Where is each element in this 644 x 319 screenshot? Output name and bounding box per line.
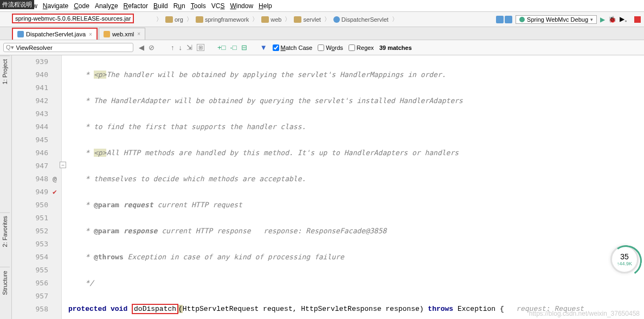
debug-button[interactable]: 🐞 — [608, 16, 616, 23]
tool-tab-structure[interactable]: Structure — [0, 267, 10, 298]
stop-button[interactable] — [634, 16, 641, 23]
menu-run[interactable]: Run — [171, 2, 188, 10]
java-file-icon — [17, 31, 24, 37]
navigation-bar: spring-webmvc-5.0.6.RELEASE-sources.jar … — [0, 12, 644, 27]
screenshot-overlay-label: 件流程说明 — [0, 0, 34, 9]
line-number[interactable]: 942 — [12, 94, 48, 107]
line-number[interactable]: 946 — [12, 146, 48, 160]
tool-tab-project[interactable]: 1: Project — [0, 55, 10, 87]
performance-gauge[interactable]: 35 ↑44.9K — [610, 245, 639, 273]
down-arrow-button[interactable]: ↓ — [179, 43, 183, 52]
editor-area[interactable]: * <p>The handler will be obtained by app… — [62, 55, 644, 319]
line-number[interactable]: 952 — [12, 225, 48, 238]
search-input[interactable]: Q▾ ViewResolver — [3, 43, 133, 52]
close-tab-icon[interactable]: × — [137, 31, 140, 37]
up-arrow-button[interactable]: ↑ — [171, 43, 175, 52]
menu-build[interactable]: Build — [151, 2, 171, 10]
line-number[interactable]: 948 — [12, 173, 48, 186]
tab-dispatcher-servlet[interactable]: DispatcherServlet.java × — [12, 28, 98, 40]
override-icon[interactable]: @ — [49, 173, 60, 186]
menu-window[interactable]: Window — [227, 2, 256, 10]
left-tool-window-strip: 1: Project 2: Favorites Structure — [0, 55, 12, 319]
chevron-right-icon: 〉 — [156, 15, 162, 23]
line-number[interactable]: 950 — [12, 199, 48, 212]
editor-tabs: DispatcherServlet.java × web.xml × — [0, 27, 644, 40]
main-menu-bar: View Navigate Code Analyze Refactor Buil… — [0, 0, 644, 12]
line-number[interactable]: 958 — [12, 303, 48, 316]
line-number[interactable]: 957 — [12, 290, 48, 303]
line-number[interactable]: 941 — [12, 81, 48, 94]
breadcrumb-servlet[interactable]: servlet — [292, 16, 323, 23]
breadcrumb-web[interactable]: web — [259, 16, 284, 23]
menu-analyze[interactable]: Analyze — [92, 2, 121, 10]
remove-selection-button[interactable]: -□ — [230, 43, 236, 52]
tool-tab-favorites[interactable]: 2: Favorites — [0, 212, 10, 250]
breadcrumb-class[interactable]: DispatcherServlet — [331, 16, 391, 23]
menu-refactor[interactable]: Refactor — [121, 2, 151, 10]
breakpoint-icon[interactable]: ✔ — [49, 186, 60, 199]
line-number[interactable]: 956 — [12, 277, 48, 290]
line-number[interactable]: 939 — [12, 55, 48, 68]
match-count: 39 matches — [379, 44, 412, 51]
close-search-button[interactable]: ⊘ — [149, 43, 154, 52]
line-number[interactable]: 945 — [12, 133, 48, 146]
line-number[interactable]: 951 — [12, 212, 48, 225]
breadcrumb-springframework[interactable]: springframework — [194, 16, 251, 23]
prev-match-button[interactable]: ◀ — [139, 43, 144, 52]
breadcrumb-org[interactable]: org — [163, 16, 185, 23]
filter-button[interactable]: ▼ — [260, 43, 267, 52]
line-number[interactable]: 940 — [12, 68, 48, 81]
line-number[interactable]: 943 — [12, 107, 48, 120]
select-all-button[interactable]: ⊞ — [197, 44, 204, 51]
line-number[interactable]: 947 — [12, 160, 48, 173]
chevron-down-icon: ▾ — [590, 17, 593, 22]
run-button[interactable]: ▶ — [600, 16, 605, 23]
menu-tools[interactable]: Tools — [188, 2, 209, 10]
pin-button[interactable]: ⇲ — [186, 43, 192, 52]
find-bar: Q▾ ViewResolver ◀ ⊘ ↑ ↓ ⇲ ⊞ +□ -□ ⊟ ▼ Ma… — [0, 40, 644, 55]
line-number[interactable]: 954 — [12, 251, 48, 264]
add-selection-button[interactable]: +□ — [217, 43, 226, 52]
line-number[interactable]: 944 — [12, 120, 48, 133]
xml-file-icon — [104, 31, 110, 37]
run-status-icon — [519, 17, 525, 22]
close-tab-icon[interactable]: × — [89, 31, 92, 37]
menu-vcs[interactable]: VCS — [209, 2, 228, 10]
regex-checkbox[interactable]: Regex — [349, 44, 374, 51]
watermark-text: https://blog.csdn.net/weixin_37650458 — [529, 310, 640, 317]
menu-help[interactable]: Help — [256, 2, 275, 10]
breadcrumb: 〉 org〉 springframework〉 web〉 servlet〉 Di… — [155, 15, 399, 23]
run-config-selector[interactable]: Spring WebMvc Debug ▾ — [516, 15, 597, 24]
words-checkbox[interactable]: Words — [318, 44, 343, 51]
match-case-checkbox[interactable]: Match Case — [273, 44, 313, 51]
line-number[interactable]: 955 — [12, 264, 48, 277]
exclude-button[interactable]: ⊟ — [241, 43, 247, 52]
editor-gutter[interactable]: 939 940 941 942 943 944 945 946 947 948 … — [12, 55, 62, 319]
method-name-highlight: doDispatch — [132, 304, 178, 314]
line-number[interactable]: 949 — [12, 186, 48, 199]
search-icon: Q▾ — [6, 44, 14, 51]
menu-navigate[interactable]: Navigate — [40, 2, 71, 10]
nav-forward-back[interactable] — [496, 16, 512, 23]
line-number[interactable]: 953 — [12, 238, 48, 251]
tab-web-xml[interactable]: web.xml × — [99, 28, 145, 40]
jar-name-highlight: spring-webmvc-5.0.6.RELEASE-sources.jar — [12, 14, 134, 23]
attach-button[interactable]: ▶。 — [620, 15, 631, 24]
menu-code[interactable]: Code — [71, 2, 92, 10]
